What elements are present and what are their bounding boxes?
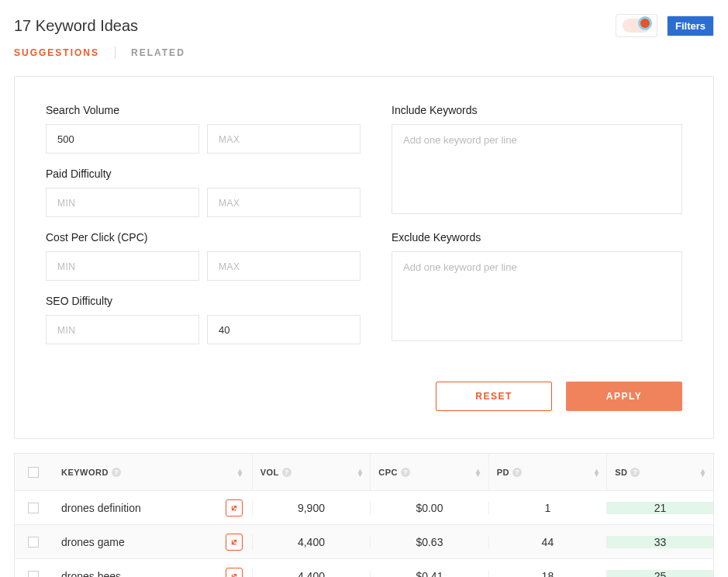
filters-toggle[interactable] bbox=[623, 19, 650, 33]
seo-difficulty-max-input[interactable] bbox=[207, 315, 361, 344]
help-icon[interactable]: ? bbox=[512, 468, 522, 477]
filters-toggle-container bbox=[616, 14, 657, 37]
sd-cell: 25 bbox=[607, 570, 713, 578]
pd-cell: 44 bbox=[489, 536, 607, 548]
sort-icon[interactable]: ▴▾ bbox=[595, 468, 599, 476]
tab-separator bbox=[115, 47, 116, 59]
sort-icon[interactable]: ▴▾ bbox=[476, 468, 481, 476]
apply-button[interactable]: Apply bbox=[566, 382, 682, 411]
col-cpc[interactable]: CPC bbox=[378, 468, 398, 477]
table-row: drones bees4,400$0.411825 bbox=[15, 559, 713, 577]
row-checkbox[interactable] bbox=[28, 537, 39, 548]
export-icon[interactable] bbox=[226, 534, 243, 551]
seo-difficulty-label: SEO Difficulty bbox=[46, 295, 361, 307]
col-keyword[interactable]: Keyword bbox=[61, 468, 109, 477]
paid-difficulty-min-input[interactable] bbox=[46, 188, 199, 217]
reset-button[interactable]: Reset bbox=[436, 382, 552, 411]
pd-cell: 1 bbox=[489, 502, 607, 514]
select-all-checkbox[interactable] bbox=[28, 467, 39, 478]
cpc-cell: $0.41 bbox=[371, 570, 488, 578]
row-checkbox[interactable] bbox=[28, 503, 39, 513]
export-icon[interactable] bbox=[226, 568, 243, 578]
filters-panel: Search Volume Paid Difficulty Cost Per C… bbox=[14, 76, 714, 439]
cpc-label: Cost Per Click (CPC) bbox=[46, 231, 361, 244]
seo-difficulty-min-input[interactable] bbox=[46, 315, 199, 344]
search-volume-min-input[interactable] bbox=[46, 124, 199, 154]
toggle-knob bbox=[638, 16, 652, 30]
search-volume-label: Search Volume bbox=[46, 104, 361, 116]
include-keywords-textarea[interactable] bbox=[392, 124, 682, 214]
sd-cell: 21 bbox=[607, 502, 713, 514]
col-vol[interactable]: Vol bbox=[260, 468, 279, 477]
paid-difficulty-max-input[interactable] bbox=[207, 188, 361, 217]
help-icon[interactable]: ? bbox=[112, 468, 121, 477]
exclude-keywords-textarea[interactable] bbox=[392, 251, 682, 341]
vol-cell: 9,900 bbox=[253, 502, 371, 514]
table-row: drones definition9,900$0.00121 bbox=[15, 491, 713, 525]
help-icon[interactable]: ? bbox=[401, 468, 410, 477]
tab-related[interactable]: Related bbox=[131, 47, 185, 58]
sd-cell: 33 bbox=[607, 536, 713, 548]
paid-difficulty-label: Paid Difficulty bbox=[46, 168, 361, 180]
export-icon[interactable] bbox=[226, 499, 243, 517]
vol-cell: 4,400 bbox=[253, 570, 371, 578]
table-header-row: Keyword? ▴▾ Vol? ▴▾ CPC? ▴▾ PD? ▴▾ SD? ▴… bbox=[15, 454, 713, 491]
cpc-min-input[interactable] bbox=[46, 251, 199, 281]
page-title: 17 Keyword Ideas bbox=[14, 17, 138, 35]
sort-icon[interactable]: ▴▾ bbox=[701, 468, 706, 476]
vol-cell: 4,400 bbox=[253, 536, 371, 548]
cpc-max-input[interactable] bbox=[207, 251, 361, 281]
filters-button[interactable]: Filters bbox=[667, 16, 714, 36]
exclude-keywords-label: Exclude Keywords bbox=[392, 231, 682, 244]
col-pd[interactable]: PD bbox=[497, 468, 509, 477]
pd-cell: 18 bbox=[489, 570, 607, 578]
table-row: drones game4,400$0.634433 bbox=[15, 525, 713, 559]
col-sd[interactable]: SD bbox=[615, 468, 627, 477]
sort-icon[interactable]: ▴▾ bbox=[238, 468, 243, 476]
cpc-cell: $0.63 bbox=[371, 536, 488, 548]
sort-icon[interactable]: ▴▾ bbox=[358, 468, 363, 476]
tabs: Suggestions Related bbox=[0, 37, 728, 68]
tab-suggestions[interactable]: Suggestions bbox=[14, 47, 99, 58]
search-volume-max-input[interactable] bbox=[207, 124, 361, 154]
keyword-text: drones definition bbox=[61, 502, 141, 514]
keyword-text: drones game bbox=[61, 536, 125, 548]
help-icon[interactable]: ? bbox=[630, 468, 640, 477]
keyword-text: drones bees bbox=[61, 570, 121, 578]
cpc-cell: $0.00 bbox=[371, 502, 488, 514]
keywords-table: Keyword? ▴▾ Vol? ▴▾ CPC? ▴▾ PD? ▴▾ SD? ▴… bbox=[14, 453, 714, 577]
include-keywords-label: Include Keywords bbox=[392, 104, 682, 116]
help-icon[interactable]: ? bbox=[282, 468, 292, 477]
row-checkbox[interactable] bbox=[28, 571, 39, 578]
